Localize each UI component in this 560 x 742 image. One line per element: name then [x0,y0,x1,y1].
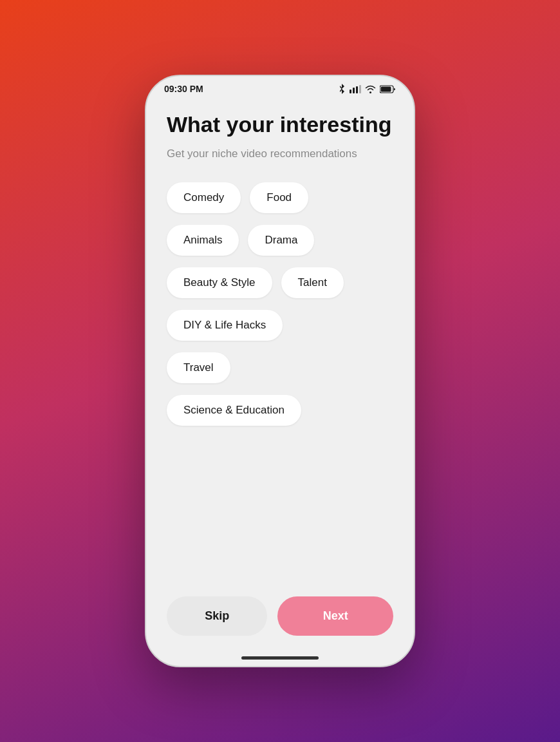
tag-travel[interactable]: Travel [167,352,230,383]
status-icons [338,84,396,94]
tag-row-6: Science & Education [167,395,393,426]
svg-rect-2 [356,86,358,93]
tag-row-3: Beauty & Style Talent [167,267,393,298]
wifi-icon [365,85,376,93]
tag-beauty-style[interactable]: Beauty & Style [167,267,272,298]
tag-drama[interactable]: Drama [248,225,314,256]
svg-rect-5 [381,86,391,91]
page-title: What your interesting [167,112,393,137]
bottom-buttons: Skip Next [146,581,414,656]
svg-rect-1 [353,88,355,93]
tag-row-5: Travel [167,352,393,383]
status-bar: 09:30 PM [146,76,414,99]
home-indicator [241,656,319,660]
tag-animals[interactable]: Animals [167,225,239,256]
tag-talent[interactable]: Talent [281,267,344,298]
tag-row-2: Animals Drama [167,225,393,256]
battery-icon [380,85,396,93]
tag-row-1: Comedy Food [167,182,393,213]
svg-rect-0 [350,90,351,93]
tags-area: Comedy Food Animals Drama Beauty & Style… [167,182,393,581]
tag-row-4: DIY & Life Hacks [167,310,393,341]
page-subtitle: Get your niche video recommendations [167,146,393,162]
tag-diy-life-hacks[interactable]: DIY & Life Hacks [167,310,283,341]
tag-science-education[interactable]: Science & Education [167,395,301,426]
tag-comedy[interactable]: Comedy [167,182,241,213]
bluetooth-icon [338,84,346,94]
skip-button[interactable]: Skip [167,596,267,636]
main-content: What your interesting Get your niche vid… [146,99,414,581]
status-time: 09:30 PM [164,84,203,94]
next-button[interactable]: Next [277,596,393,636]
signal-icon [350,85,361,93]
svg-rect-3 [359,85,361,93]
phone-frame: 09:30 PM [145,75,415,667]
tag-food[interactable]: Food [250,182,308,213]
